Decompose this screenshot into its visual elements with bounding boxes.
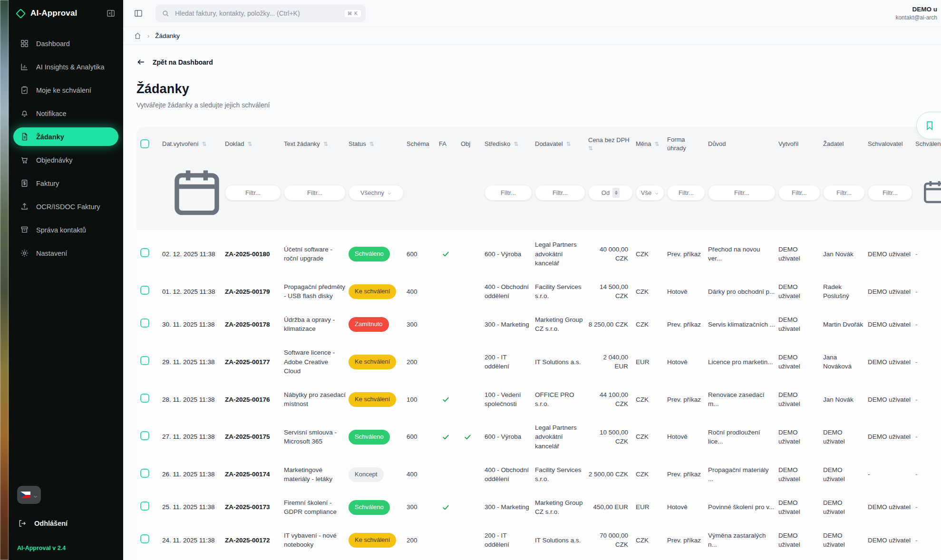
row-checkbox[interactable] — [140, 319, 149, 328]
cell-forma: Hotově — [667, 287, 705, 297]
number-spinner[interactable] — [612, 188, 620, 198]
cell-obj — [461, 433, 482, 441]
table-row[interactable]: 24. 11. 2025 11:38ZA-2025-00172IT vybave… — [140, 524, 941, 557]
sort-icon[interactable]: ⇅ — [369, 141, 374, 147]
table-row[interactable]: 23. 11. 2025 11:38ZA-2025-00171Kancelářs… — [140, 557, 941, 560]
filter-cell-text: Filtr... — [284, 185, 346, 201]
back-to-dashboard-link[interactable]: Zpět na Dashboard — [136, 58, 941, 67]
search-icon — [162, 10, 170, 18]
sidebar-item-zadanky[interactable]: Žádanky — [13, 127, 118, 146]
table-row[interactable]: 28. 11. 2025 11:38ZA-2025-00176Nábytky p… — [140, 383, 941, 416]
cell-schema: 200 — [407, 357, 436, 367]
sort-icon[interactable]: ⇅ — [247, 141, 252, 147]
cell-dodavatel: Legal Partners advokátní kancelář — [535, 423, 585, 451]
background-photo-strip — [0, 0, 9, 560]
filter-input-zadatel[interactable]: Filtr... — [823, 185, 865, 201]
filter-input-forma[interactable]: Filtr... — [667, 185, 705, 201]
filter-input-dodavatel[interactable]: Filtr... — [535, 185, 585, 201]
cell-stredisko: 600 - Výroba — [485, 432, 532, 442]
table-row[interactable]: 01. 12. 2025 11:38ZA-2025-00179Propagačn… — [140, 275, 941, 308]
cell-schvalovatel: DEMO uživatel — [868, 287, 912, 297]
cell-date: 30. 11. 2025 11:38 — [162, 320, 222, 329]
cell-dodavatel: IT Solutions a.s. — [535, 357, 585, 367]
sort-icon[interactable]: ⇅ — [323, 141, 328, 147]
invoice-icon — [20, 179, 29, 188]
row-checkbox[interactable] — [140, 356, 149, 365]
cell-schvalovatel: DEMO uživatel — [868, 502, 912, 512]
filter-select-mena[interactable]: Vše — [636, 185, 664, 201]
row-checkbox[interactable] — [140, 248, 149, 257]
filter-input-doklad[interactable]: Filtr... — [225, 185, 281, 201]
sidebar-item-ocr-isdoc-faktury[interactable]: OCR/ISDOC Faktury — [13, 197, 118, 216]
sidebar-collapse-icon[interactable] — [106, 9, 116, 18]
check-icon — [442, 396, 450, 404]
table-head: Dat.vytvoření⇅Doklad⇅Text žádanky⇅Status… — [136, 127, 941, 230]
cell-cena: 40 000,00 CZK — [588, 245, 633, 263]
filter-input-duvod[interactable]: Filtr... — [708, 185, 776, 201]
cell-duvod: Renovace zasedací m... — [708, 390, 776, 409]
sort-icon[interactable]: ⇅ — [655, 141, 660, 147]
check-icon — [464, 433, 472, 441]
cell-mena: EUR — [636, 502, 664, 512]
filter-input-vytvoril[interactable]: Filtr... — [778, 185, 820, 201]
language-switcher[interactable] — [17, 486, 41, 504]
sidebar-item-objednavky[interactable]: Objednávky — [13, 151, 118, 169]
filter-input-schvalovatel[interactable]: Filtr... — [868, 185, 912, 201]
search-input[interactable]: Hledat faktury, kontakty, položky... (Ct… — [155, 5, 366, 22]
cell-dodavatel: Facility Services s.r.o. — [535, 282, 585, 301]
sidebar-item-ai-insights[interactable]: AI Insights & Analytika — [13, 58, 118, 76]
row-checkbox[interactable] — [140, 502, 149, 511]
table-row[interactable]: 30. 11. 2025 11:38ZA-2025-00178Údržba a … — [140, 308, 941, 341]
sidebar-item-label: Notifikace — [36, 110, 67, 117]
filter-number-cena[interactable]: Od — [588, 185, 633, 201]
panel-toggle-icon[interactable] — [134, 9, 143, 18]
cell-status: Zamítnuto — [349, 317, 404, 332]
filter-cell-schvaleno — [915, 177, 941, 208]
cell-schvaleno: - — [915, 470, 941, 479]
sidebar-item-faktury[interactable]: Faktury — [13, 174, 118, 193]
user-menu[interactable]: DEMO u kontakt@ai-arch — [895, 5, 938, 21]
table-row[interactable]: 29. 11. 2025 11:38ZA-2025-00177Software … — [140, 341, 941, 383]
cell-stredisko: 300 - Marketing — [485, 320, 532, 329]
cell-forma: Prev. příkaz — [667, 320, 705, 329]
bell-icon — [20, 109, 29, 118]
row-checkbox[interactable] — [140, 394, 149, 403]
status-badge: Ke schválení — [349, 355, 396, 369]
logout-button[interactable]: Odhlášení — [17, 516, 115, 531]
row-checkbox[interactable] — [140, 431, 149, 440]
cell-stredisko: 600 - Výroba — [485, 250, 532, 259]
sort-icon[interactable]: ⇅ — [202, 141, 207, 147]
cell-status: Koncept — [349, 467, 404, 482]
cell-cena: 14 500,00 CZK — [588, 282, 633, 301]
cell-mena: CZK — [636, 320, 664, 329]
status-badge: Zamítnuto — [349, 317, 389, 332]
home-icon[interactable] — [134, 32, 142, 40]
table-row[interactable]: 26. 11. 2025 11:38ZA-2025-00174Marketing… — [140, 458, 941, 491]
row-checkbox[interactable] — [140, 286, 149, 295]
sidebar-item-sprava-kontaktu[interactable]: Správa kontaktů — [13, 221, 118, 239]
cell-schvaleno: - — [915, 395, 941, 405]
table-row[interactable]: 02. 12. 2025 11:38ZA-2025-00180Účetní so… — [140, 233, 941, 275]
cell-fa — [439, 250, 458, 258]
calendar-icon[interactable] — [167, 215, 227, 223]
cell-stredisko: 200 - IT oddělení — [485, 353, 532, 371]
cell-date: 27. 11. 2025 11:38 — [162, 432, 222, 442]
filter-select-status[interactable]: Všechny — [349, 185, 404, 201]
filter-input-stredisko[interactable]: Filtr... — [485, 185, 532, 201]
table-row[interactable]: 25. 11. 2025 11:38ZA-2025-00173Firemní š… — [140, 491, 941, 524]
row-checkbox[interactable] — [140, 469, 149, 478]
select-all-checkbox[interactable] — [140, 139, 149, 148]
sidebar-item-moje-ke-schvaleni[interactable]: Moje ke schválení — [13, 81, 118, 99]
bookmark-button[interactable] — [916, 112, 941, 139]
sort-icon[interactable]: ⇅ — [566, 141, 571, 147]
sort-icon[interactable]: ⇅ — [588, 145, 593, 152]
column-header-doklad: Doklad⇅ — [225, 140, 281, 148]
table-row[interactable]: 27. 11. 2025 11:38ZA-2025-00175Servisní … — [140, 416, 941, 458]
sort-icon[interactable]: ⇅ — [514, 141, 518, 147]
calendar-icon[interactable] — [920, 200, 941, 208]
row-checkbox[interactable] — [140, 534, 149, 543]
sidebar-item-dashboard[interactable]: Dashboard — [13, 34, 118, 53]
sidebar-item-nastaveni[interactable]: Nastavení — [13, 244, 118, 262]
filter-input-text[interactable]: Filtr... — [284, 185, 346, 201]
sidebar-item-notifikace[interactable]: Notifikace — [13, 104, 118, 123]
